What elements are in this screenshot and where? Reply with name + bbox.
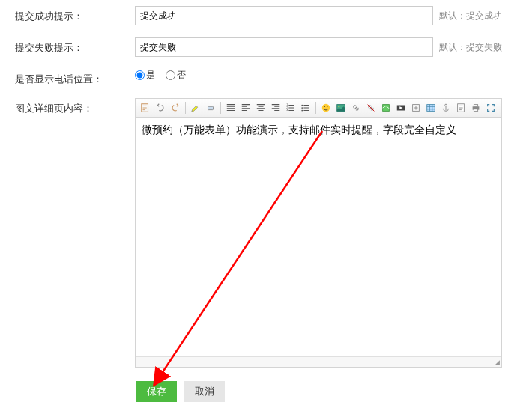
- align-right-icon[interactable]: [269, 101, 282, 115]
- resize-handle-icon[interactable]: ◢: [495, 359, 500, 366]
- save-button[interactable]: 保存: [136, 381, 177, 402]
- radio-no-label: 否: [177, 69, 186, 82]
- unordered-list-icon[interactable]: [299, 101, 312, 115]
- undo-icon[interactable]: [154, 101, 167, 115]
- svg-rect-1: [208, 106, 214, 109]
- svg-point-12: [339, 106, 340, 107]
- cancel-button[interactable]: 取消: [184, 381, 225, 402]
- svg-point-10: [327, 106, 327, 107]
- media-icon[interactable]: [394, 101, 408, 115]
- svg-rect-16: [427, 105, 435, 112]
- insert-icon[interactable]: [409, 101, 423, 115]
- show-phone-label: 是否显示电话位置：: [15, 69, 135, 86]
- radio-yes[interactable]: 是: [135, 69, 155, 82]
- success-tip-input[interactable]: [135, 6, 433, 25]
- svg-point-5: [301, 105, 303, 106]
- rich-editor: 123 ◢: [135, 98, 502, 368]
- svg-point-9: [324, 106, 325, 107]
- ordered-list-icon[interactable]: 123: [284, 101, 297, 115]
- radio-no-input[interactable]: [166, 70, 175, 80]
- anchor-icon[interactable]: [439, 101, 453, 115]
- fullscreen-icon[interactable]: [484, 101, 498, 115]
- print-icon[interactable]: [469, 101, 483, 115]
- table-icon[interactable]: [424, 101, 438, 115]
- svg-point-7: [301, 110, 303, 112]
- image-icon[interactable]: [334, 101, 348, 115]
- redo-icon[interactable]: [169, 101, 182, 115]
- link-icon[interactable]: [349, 101, 363, 115]
- fail-tip-input[interactable]: [135, 37, 433, 57]
- fail-tip-label: 提交失败提示：: [15, 37, 135, 55]
- map-icon[interactable]: [379, 101, 393, 115]
- toolbar-separator: [315, 102, 316, 114]
- svg-text:3: 3: [286, 109, 288, 112]
- radio-no[interactable]: 否: [166, 69, 186, 82]
- radio-yes-label: 是: [146, 69, 155, 82]
- editor-textarea[interactable]: [136, 118, 501, 354]
- fail-tip-hint: 默认：提交失败: [439, 41, 502, 54]
- success-tip-label: 提交成功提示：: [15, 6, 135, 23]
- unlink-icon[interactable]: [364, 101, 378, 115]
- radio-yes-input[interactable]: [135, 70, 145, 80]
- svg-point-6: [301, 107, 303, 109]
- svg-point-8: [322, 104, 330, 112]
- toolbar-separator: [185, 102, 186, 114]
- editor-toolbar: 123: [136, 99, 501, 118]
- svg-rect-21: [474, 109, 477, 112]
- success-tip-hint: 默认：提交成功: [439, 10, 502, 22]
- eraser-icon[interactable]: [204, 101, 217, 115]
- detail-content-label: 图文详细页内容：: [15, 98, 135, 115]
- align-left-icon[interactable]: [239, 101, 253, 115]
- emoji-icon[interactable]: [319, 101, 333, 115]
- svg-rect-20: [474, 105, 477, 107]
- align-justify-icon[interactable]: [224, 101, 238, 115]
- highlight-icon[interactable]: [189, 101, 202, 115]
- toolbar-separator: [220, 102, 221, 114]
- align-center-icon[interactable]: [254, 101, 267, 115]
- editor-footer: ◢: [136, 356, 501, 367]
- source-icon[interactable]: [139, 101, 152, 115]
- template-icon[interactable]: [454, 101, 468, 115]
